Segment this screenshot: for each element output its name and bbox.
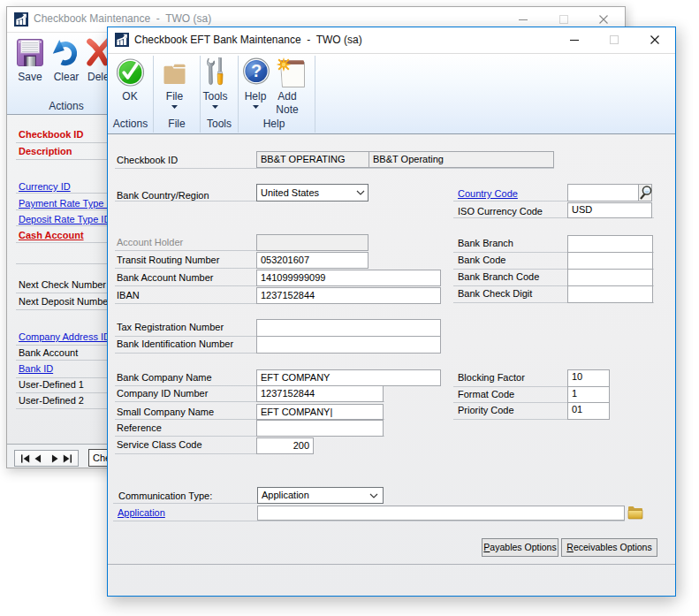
svg-text:?: ? bbox=[251, 61, 262, 80]
